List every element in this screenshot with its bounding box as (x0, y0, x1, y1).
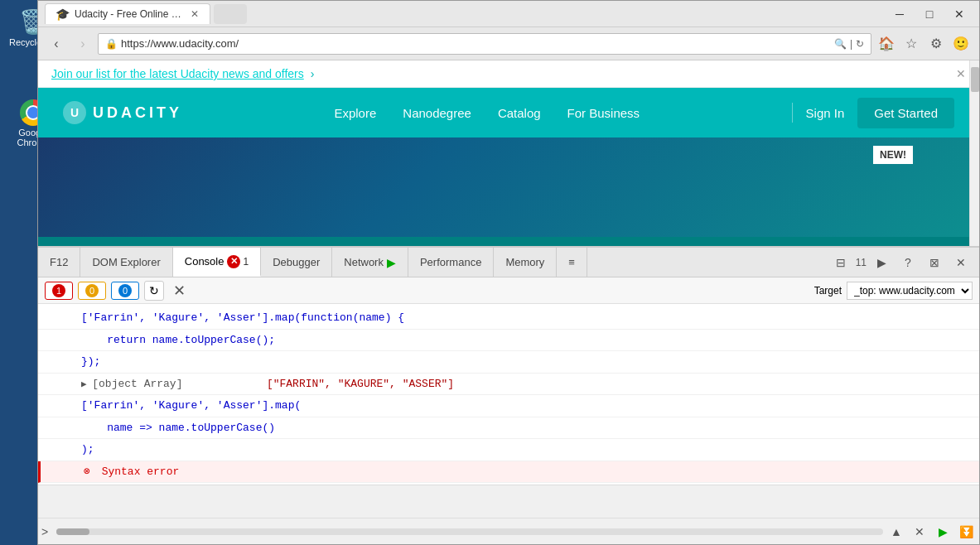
close-button[interactable]: ✕ (946, 6, 973, 22)
forward-button[interactable]: › (71, 32, 94, 55)
help-button[interactable]: ? (896, 251, 920, 274)
refresh-icon: ↻ (149, 284, 159, 297)
console-clear-button[interactable]: ✕ (169, 281, 189, 301)
logo-icon: U (63, 101, 86, 124)
network-play-icon: ▶ (387, 256, 396, 269)
nav-catalog[interactable]: Catalog (498, 106, 541, 120)
browser-tab[interactable]: 🎓 Udacity - Free Online Class... ✕ (45, 3, 210, 24)
error-badge-icon: ✕ (227, 255, 240, 268)
tab-dom-explorer[interactable]: DOM Explorer (80, 248, 172, 277)
nav-actions: Sign In Get Started (792, 98, 954, 128)
hero-section: NEW! (38, 137, 979, 237)
scroll-stop-button[interactable]: ✕ (910, 522, 929, 542)
info-filter-button[interactable]: 0 (111, 282, 139, 300)
nav-right-icons: 🏠 ☆ ⚙ 🙂 (875, 32, 973, 55)
browser-window: 🎓 Udacity - Free Online Class... ✕ ─ □ ✕… (37, 0, 980, 545)
home-button[interactable]: 🏠 (875, 32, 898, 55)
devtools-right-tools: ⊟ 11 ▶ ? ⊠ ✕ (823, 251, 979, 274)
scroll-up-end-button[interactable]: ▲ (886, 522, 906, 542)
error-message: Syntax error (102, 465, 180, 478)
console-line-3: }); (38, 351, 979, 374)
promo-banner: Join our list for the latest Udacity new… (38, 60, 979, 88)
screen-mode-button[interactable]: ⊟ (829, 251, 852, 274)
devtools-close-button[interactable]: ✕ (949, 251, 973, 274)
tab-f12[interactable]: F12 (38, 248, 80, 277)
devtools-count: 11 (856, 257, 867, 268)
code-text: ['Farrin', 'Kagure', 'Asser'].map(functi… (81, 311, 404, 324)
console-line-4: ▶ [object Array] ["FARRIN", "KAGURE", "A… (38, 374, 979, 396)
console-error-line: ⊗ Syntax error (38, 461, 979, 484)
promo-close[interactable]: ✕ (956, 67, 966, 80)
nav-nanodegree[interactable]: Nanodegree (403, 106, 471, 120)
promo-chevron: › (311, 67, 315, 80)
code-text: ); (81, 443, 94, 456)
console-line-5: ['Farrin', 'Kagure', 'Asser'].map( (38, 395, 979, 417)
split-icon: ⊠ (929, 256, 939, 269)
error-filter-badge: 1 (52, 284, 65, 297)
error-line-icon: ⊗ (84, 465, 90, 478)
desktop: 🗑️ Recycle Bin Google Chrome 🎓 Udacity -… (0, 0, 980, 545)
back-button[interactable]: ‹ (45, 32, 68, 55)
tab-emulation[interactable]: ≡ (557, 248, 587, 277)
console-refresh-button[interactable]: ↻ (144, 281, 164, 301)
code-text: return name.toUpperCase(); (81, 334, 275, 346)
search-icon: 🔍 (834, 38, 847, 50)
promo-link[interactable]: Join our list for the latest Udacity new… (51, 67, 304, 80)
feedback-button[interactable]: 🙂 (949, 32, 973, 55)
code-text: }); (81, 355, 100, 368)
split-button[interactable]: ⊠ (923, 251, 946, 274)
horizontal-scrollbar-track[interactable] (56, 528, 883, 535)
devtools-panel: F12 DOM Explorer Console ✕ 1 Debugger (38, 246, 979, 544)
code-text: ['Farrin', 'Kagure', 'Asser'].map( (81, 399, 301, 412)
url-text: https://www.udacity.com/ (121, 37, 831, 50)
address-bar[interactable]: 🔒 https://www.udacity.com/ 🔍 | ↻ (98, 33, 871, 55)
nav-explore[interactable]: Explore (334, 106, 376, 120)
devtools-close-icon: ✕ (956, 256, 966, 269)
output-values: ["FARRIN", "KAGURE", "ASSER"] (267, 378, 454, 390)
address-icons: 🔍 | ↻ (834, 38, 864, 50)
page-wrapper: Join our list for the latest Udacity new… (38, 60, 979, 544)
refresh-icon[interactable]: ↻ (856, 38, 864, 50)
favorites-button[interactable]: ☆ (900, 32, 923, 55)
devtools-toolbar: F12 DOM Explorer Console ✕ 1 Debugger (38, 248, 979, 277)
scroll-end-buttons: ▲ ✕ ▶ ⏬ (886, 522, 976, 542)
tab-memory[interactable]: Memory (494, 248, 557, 277)
nav-for-business[interactable]: For Business (567, 106, 640, 120)
forward-tool-button[interactable]: ▶ (870, 251, 893, 274)
page-scrollbar[interactable]: ▲ ▼ (969, 60, 979, 246)
scroll-run-button[interactable]: ▶ (933, 522, 953, 542)
tab-favicon: 🎓 (56, 7, 70, 21)
info-filter-badge: 0 (118, 284, 132, 297)
page-scroll-area: Join our list for the latest Udacity new… (38, 60, 979, 246)
target-dropdown[interactable]: _top: www.udacity.com (847, 282, 973, 300)
tab-close-button[interactable]: ✕ (190, 8, 200, 20)
maximize-button[interactable]: □ (916, 6, 943, 22)
tab-performance[interactable]: Performance (408, 248, 494, 277)
tab-network[interactable]: Network ▶ (332, 248, 408, 277)
udacity-nav: U UDACITY Explore Nanodegree Catalog For… (38, 88, 979, 137)
separator: | (850, 38, 852, 50)
error-filter-button[interactable]: 1 (45, 282, 73, 300)
sign-in-link[interactable]: Sign In (806, 106, 845, 120)
console-line-6: name => name.toUpperCase() (38, 417, 979, 440)
scroll-down-end-button[interactable]: ⏬ (956, 522, 976, 542)
console-empty-input-area (38, 485, 979, 518)
console-line-2: return name.toUpperCase(); (38, 330, 979, 352)
title-bar: 🎓 Udacity - Free Online Class... ✕ ─ □ ✕ (38, 1, 979, 27)
promo-text: Join our list for the latest Udacity new… (51, 67, 314, 80)
minimize-button[interactable]: ─ (886, 6, 913, 22)
expand-arrow-icon[interactable]: ▶ (81, 379, 92, 389)
warn-filter-badge: 0 (85, 284, 99, 297)
settings-button[interactable]: ⚙ (924, 32, 948, 55)
devtools-filter-bar: 1 0 0 ↻ ✕ Target (38, 277, 979, 304)
forward-icon: ▶ (877, 256, 886, 269)
target-label: Target (814, 285, 842, 297)
clear-icon: ✕ (173, 282, 186, 300)
tab-debugger[interactable]: Debugger (261, 248, 332, 277)
screen-mode-icon: ⊟ (836, 256, 846, 269)
warn-filter-button[interactable]: 0 (78, 282, 106, 300)
get-started-button[interactable]: Get Started (857, 98, 954, 128)
nav-bar: ‹ › 🔒 https://www.udacity.com/ 🔍 | ↻ 🏠 ☆… (38, 27, 979, 60)
tab-console[interactable]: Console ✕ 1 (173, 248, 261, 277)
new-tab-area[interactable] (214, 4, 247, 24)
